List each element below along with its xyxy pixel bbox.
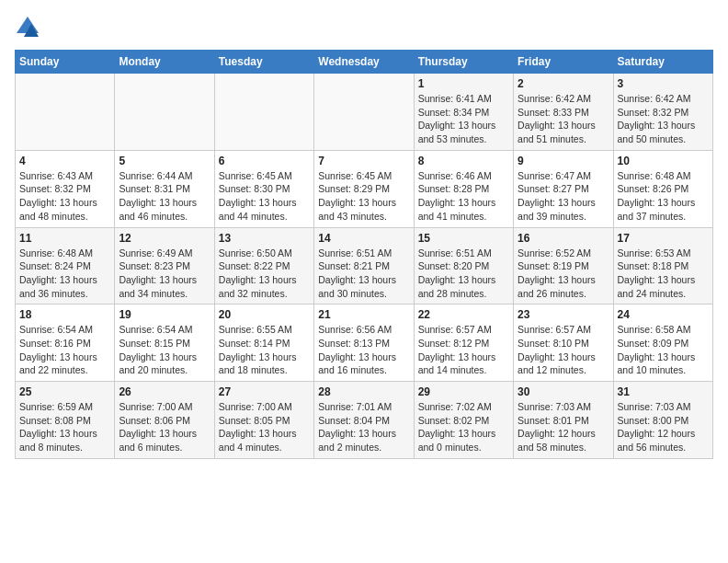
day-number: 20	[219, 308, 310, 321]
calendar-cell: 14Sunrise: 6:51 AM Sunset: 8:21 PM Dayli…	[314, 227, 414, 304]
calendar-cell: 17Sunrise: 6:53 AM Sunset: 8:18 PM Dayli…	[613, 227, 712, 304]
calendar-cell: 1Sunrise: 6:41 AM Sunset: 8:34 PM Daylig…	[414, 74, 513, 151]
day-info: Sunrise: 6:59 AM Sunset: 8:08 PM Dayligh…	[19, 400, 110, 454]
day-number: 18	[19, 308, 110, 321]
day-info: Sunrise: 7:00 AM Sunset: 8:05 PM Dayligh…	[219, 400, 310, 454]
calendar-cell	[314, 74, 414, 151]
calendar-header: SundayMondayTuesdayWednesdayThursdayFrid…	[16, 51, 713, 74]
day-number: 11	[19, 232, 110, 245]
day-number: 26	[119, 385, 210, 398]
day-number: 19	[119, 308, 210, 321]
day-info: Sunrise: 7:01 AM Sunset: 8:04 PM Dayligh…	[318, 400, 409, 454]
day-number: 31	[618, 385, 709, 398]
day-info: Sunrise: 6:43 AM Sunset: 8:32 PM Dayligh…	[19, 169, 110, 224]
day-info: Sunrise: 6:42 AM Sunset: 8:33 PM Dayligh…	[518, 92, 609, 146]
calendar-cell: 11Sunrise: 6:48 AM Sunset: 8:24 PM Dayli…	[16, 227, 115, 304]
day-info: Sunrise: 7:03 AM Sunset: 8:01 PM Dayligh…	[518, 400, 609, 454]
day-info: Sunrise: 6:53 AM Sunset: 8:18 PM Dayligh…	[618, 247, 709, 301]
day-info: Sunrise: 6:51 AM Sunset: 8:21 PM Dayligh…	[318, 247, 409, 301]
day-number: 28	[318, 385, 409, 398]
calendar-cell: 19Sunrise: 6:54 AM Sunset: 8:15 PM Dayli…	[115, 304, 214, 382]
day-number: 5	[119, 155, 210, 167]
calendar-week-1: 1Sunrise: 6:41 AM Sunset: 8:34 PM Daylig…	[16, 74, 713, 151]
day-number: 27	[219, 385, 310, 398]
logo-icon	[15, 15, 40, 40]
day-info: Sunrise: 6:45 AM Sunset: 8:29 PM Dayligh…	[318, 169, 409, 224]
day-number: 12	[119, 232, 210, 245]
day-info: Sunrise: 6:51 AM Sunset: 8:20 PM Dayligh…	[418, 247, 509, 301]
day-info: Sunrise: 6:57 AM Sunset: 8:10 PM Dayligh…	[518, 323, 609, 377]
day-info: Sunrise: 6:47 AM Sunset: 8:27 PM Dayligh…	[518, 169, 609, 224]
day-info: Sunrise: 6:48 AM Sunset: 8:26 PM Dayligh…	[618, 169, 709, 224]
day-info: Sunrise: 6:52 AM Sunset: 8:19 PM Dayligh…	[518, 247, 609, 301]
day-number: 9	[518, 155, 609, 167]
day-number: 3	[618, 77, 709, 90]
calendar-cell: 5Sunrise: 6:44 AM Sunset: 8:31 PM Daylig…	[115, 150, 214, 227]
day-info: Sunrise: 7:00 AM Sunset: 8:06 PM Dayligh…	[119, 400, 210, 454]
day-number: 25	[19, 385, 110, 398]
day-number: 23	[518, 308, 609, 321]
day-info: Sunrise: 6:48 AM Sunset: 8:24 PM Dayligh…	[19, 247, 110, 301]
calendar-cell: 22Sunrise: 6:57 AM Sunset: 8:12 PM Dayli…	[414, 304, 513, 382]
calendar-cell: 20Sunrise: 6:55 AM Sunset: 8:14 PM Dayli…	[214, 304, 313, 382]
day-info: Sunrise: 6:49 AM Sunset: 8:23 PM Dayligh…	[119, 247, 210, 301]
calendar-cell: 26Sunrise: 7:00 AM Sunset: 8:06 PM Dayli…	[115, 382, 214, 459]
day-number: 17	[618, 232, 709, 245]
calendar-cell: 13Sunrise: 6:50 AM Sunset: 8:22 PM Dayli…	[214, 227, 313, 304]
calendar-cell: 2Sunrise: 6:42 AM Sunset: 8:33 PM Daylig…	[514, 74, 613, 151]
calendar-cell	[115, 74, 214, 151]
calendar-cell: 9Sunrise: 6:47 AM Sunset: 8:27 PM Daylig…	[514, 150, 613, 227]
day-number: 7	[318, 155, 409, 167]
day-info: Sunrise: 6:57 AM Sunset: 8:12 PM Dayligh…	[418, 323, 509, 377]
calendar-cell: 18Sunrise: 6:54 AM Sunset: 8:16 PM Dayli…	[16, 304, 115, 382]
header-row: SundayMondayTuesdayWednesdayThursdayFrid…	[16, 51, 713, 74]
header-day-friday: Friday	[514, 51, 613, 74]
day-number: 6	[219, 155, 310, 167]
calendar-cell: 23Sunrise: 6:57 AM Sunset: 8:10 PM Dayli…	[514, 304, 613, 382]
calendar-week-3: 11Sunrise: 6:48 AM Sunset: 8:24 PM Dayli…	[16, 227, 713, 304]
calendar-cell: 12Sunrise: 6:49 AM Sunset: 8:23 PM Dayli…	[115, 227, 214, 304]
header-day-wednesday: Wednesday	[314, 51, 414, 74]
header-day-monday: Monday	[115, 51, 214, 74]
day-number: 16	[518, 232, 609, 245]
logo	[15, 15, 44, 40]
calendar-table: SundayMondayTuesdayWednesdayThursdayFrid…	[15, 50, 713, 459]
calendar-cell: 24Sunrise: 6:58 AM Sunset: 8:09 PM Dayli…	[613, 304, 712, 382]
day-number: 10	[618, 155, 709, 167]
day-info: Sunrise: 6:42 AM Sunset: 8:32 PM Dayligh…	[618, 92, 709, 146]
calendar-cell: 15Sunrise: 6:51 AM Sunset: 8:20 PM Dayli…	[414, 227, 513, 304]
day-info: Sunrise: 6:54 AM Sunset: 8:16 PM Dayligh…	[19, 323, 110, 377]
header-day-thursday: Thursday	[414, 51, 513, 74]
calendar-cell: 8Sunrise: 6:46 AM Sunset: 8:28 PM Daylig…	[414, 150, 513, 227]
calendar-cell: 25Sunrise: 6:59 AM Sunset: 8:08 PM Dayli…	[16, 382, 115, 459]
day-number: 1	[418, 77, 509, 90]
day-info: Sunrise: 6:56 AM Sunset: 8:13 PM Dayligh…	[318, 323, 409, 377]
day-number: 29	[418, 385, 509, 398]
day-number: 24	[618, 308, 709, 321]
day-number: 13	[219, 232, 310, 245]
day-info: Sunrise: 6:41 AM Sunset: 8:34 PM Dayligh…	[418, 92, 509, 146]
calendar-cell: 30Sunrise: 7:03 AM Sunset: 8:01 PM Dayli…	[514, 382, 613, 459]
day-info: Sunrise: 7:02 AM Sunset: 8:02 PM Dayligh…	[418, 400, 509, 454]
calendar-week-2: 4Sunrise: 6:43 AM Sunset: 8:32 PM Daylig…	[16, 150, 713, 227]
day-number: 15	[418, 232, 509, 245]
header-day-sunday: Sunday	[16, 51, 115, 74]
day-number: 21	[318, 308, 409, 321]
day-info: Sunrise: 6:58 AM Sunset: 8:09 PM Dayligh…	[618, 323, 709, 377]
day-number: 8	[418, 155, 509, 167]
calendar-cell: 3Sunrise: 6:42 AM Sunset: 8:32 PM Daylig…	[613, 74, 712, 151]
day-info: Sunrise: 6:54 AM Sunset: 8:15 PM Dayligh…	[119, 323, 210, 377]
calendar-cell: 28Sunrise: 7:01 AM Sunset: 8:04 PM Dayli…	[314, 382, 414, 459]
day-number: 2	[518, 77, 609, 90]
day-info: Sunrise: 6:45 AM Sunset: 8:30 PM Dayligh…	[219, 169, 310, 224]
day-info: Sunrise: 6:46 AM Sunset: 8:28 PM Dayligh…	[418, 169, 509, 224]
calendar-week-4: 18Sunrise: 6:54 AM Sunset: 8:16 PM Dayli…	[16, 304, 713, 382]
header-day-saturday: Saturday	[613, 51, 712, 74]
calendar-cell	[16, 74, 115, 151]
calendar-cell	[214, 74, 313, 151]
calendar-cell: 31Sunrise: 7:03 AM Sunset: 8:00 PM Dayli…	[613, 382, 712, 459]
calendar-cell: 16Sunrise: 6:52 AM Sunset: 8:19 PM Dayli…	[514, 227, 613, 304]
header-day-tuesday: Tuesday	[214, 51, 313, 74]
calendar-cell: 21Sunrise: 6:56 AM Sunset: 8:13 PM Dayli…	[314, 304, 414, 382]
day-info: Sunrise: 6:50 AM Sunset: 8:22 PM Dayligh…	[219, 247, 310, 301]
